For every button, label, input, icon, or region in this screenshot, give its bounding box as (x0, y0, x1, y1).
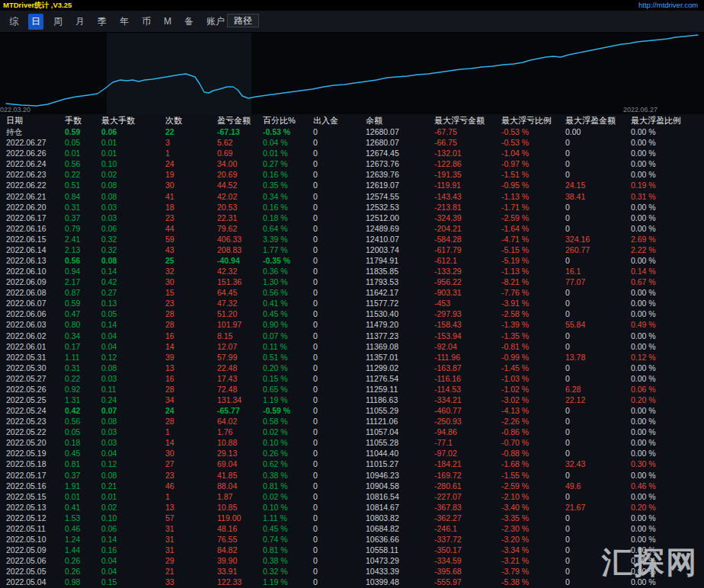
table-row[interactable]: 2022.05.060.260.042939.900.38 %010473.29… (0, 555, 704, 566)
column-header-pct[interactable]: 百分比% (263, 115, 313, 126)
cell-pct: 0.36 % (263, 266, 313, 276)
cell-pnl: 8.15 (217, 331, 263, 341)
column-header-max_float_loss_pct[interactable]: 最大浮亏比例 (501, 115, 565, 126)
cell-pct: 0.27 % (263, 158, 313, 169)
column-header-balance[interactable]: 余额 (366, 115, 434, 126)
column-header-max_lots[interactable]: 最大手数 (101, 115, 165, 126)
column-header-count[interactable]: 次数 (165, 115, 217, 126)
cell-date: 2022.05.17 (6, 470, 65, 481)
table-row[interactable]: 2022.05.161.910.214688.040.81 %010904.58… (0, 481, 704, 491)
cell-inout: 0 (313, 470, 366, 481)
table-row[interactable]: 2022.06.142.130.3243208.831.77 %012003.7… (0, 244, 704, 255)
table-row[interactable]: 2022.06.030.800.1428101.970.90 %011479.2… (0, 319, 704, 330)
cell-pct: 1.30 % (263, 276, 313, 287)
menu-item-备[interactable]: 备 (181, 14, 197, 30)
table-row[interactable]: 2022.06.020.340.04168.150.07 %011377.23-… (0, 330, 704, 340)
cell-max_float_loss: -280.61 (434, 481, 501, 491)
cell-balance: 11530.40 (366, 308, 434, 319)
table-row[interactable]: 2022.05.180.810.122769.040.62 %011015.27… (0, 459, 704, 469)
cell-count: 24 (165, 158, 217, 169)
cell-inout: 0 (313, 191, 366, 202)
column-header-max_float_profit[interactable]: 最大浮盈金额 (565, 115, 631, 126)
cell-date: 2022.05.27 (6, 373, 65, 384)
table-row[interactable]: 2022.06.210.840.084142.020.34 %012574.55… (0, 190, 704, 201)
table-row[interactable]: 2022.06.270.050.0135.620.04 %012680.07-6… (0, 137, 704, 148)
table-row[interactable]: 2022.06.240.560.102434.000.27 %012673.76… (0, 158, 704, 169)
table-row[interactable]: 2022.05.240.420.0724-65.77-0.59 %011055.… (0, 405, 704, 416)
menu-item-周[interactable]: 周 (50, 14, 66, 30)
path-button[interactable]: 路径 (227, 14, 259, 27)
table-row[interactable]: 2022.05.121.530.1057119.001.11 %010803.8… (0, 513, 704, 523)
column-header-pnl[interactable]: 盈亏金额 (217, 115, 263, 126)
table-row[interactable]: 2022.05.300.310.081322.480.20 %011299.02… (0, 363, 704, 373)
column-header-lots[interactable]: 手数 (65, 115, 101, 126)
table-row[interactable]: 2022.06.220.510.083044.520.35 %012619.07… (0, 180, 704, 190)
table-row[interactable]: 2022.05.230.560.082864.020.58 %011121.06… (0, 416, 704, 427)
table-row[interactable]: 2022.06.080.870.271564.450.56 %011642.17… (0, 287, 704, 298)
cell-max_float_loss_pct: -1.13 % (501, 266, 565, 276)
table-row[interactable]: 2022.06.170.370.032322.310.18 %012512.00… (0, 213, 704, 223)
cell-max_float_loss_pct: -1.51 % (501, 169, 565, 180)
table-row[interactable]: 2022.06.092.170.4230151.361.30 %011793.5… (0, 276, 704, 287)
cell-max_float_profit: 0 (565, 491, 631, 502)
column-header-max_float_loss[interactable]: 最大浮亏金额 (434, 115, 501, 126)
cell-max_float_profit: 324.16 (565, 234, 631, 244)
table-row[interactable]: 2022.06.060.470.052851.200.45 %011530.40… (0, 308, 704, 319)
table-row[interactable]: 2022.05.170.370.082341.850.38 %010946.23… (0, 470, 704, 481)
cell-max_float_profit: 0 (565, 148, 631, 158)
column-header-date[interactable]: 日期 (6, 115, 65, 126)
website-link[interactable]: http://mtdriver.com (638, 1, 698, 9)
menu-item-日[interactable]: 日 (28, 14, 43, 30)
table-row[interactable]: 2022.05.311.110.123957.990.51 %011357.01… (0, 352, 704, 363)
menu-item-币[interactable]: 币 (139, 14, 154, 30)
cell-max_float_loss_pct: -5.15 % (501, 244, 565, 255)
table-row[interactable]: 2022.06.200.310.031820.530.16 %012532.53… (0, 202, 704, 213)
menu-item-综[interactable]: 综 (6, 14, 21, 30)
table-row[interactable]: 2022.06.130.560.0825-40.94-0.35 %011794.… (0, 255, 704, 266)
menu-item-季[interactable]: 季 (94, 14, 110, 30)
table-row[interactable]: 2022.06.010.170.041412.070.11 %011369.08… (0, 341, 704, 352)
cell-inout: 0 (313, 352, 366, 363)
table-row[interactable]: 2022.06.260.010.0110.690.01 %012674.45-1… (0, 148, 704, 158)
cell-balance: 11299.02 (366, 363, 434, 373)
menu-item-M[interactable]: M (161, 14, 174, 28)
cell-max_float_profit: 49.6 (565, 481, 631, 491)
table-row[interactable]: 2022.06.070.590.132347.320.41 %011577.72… (0, 298, 704, 308)
table-row[interactable]: 2022.05.110.460.063148.160.45 %010684.82… (0, 523, 704, 534)
cell-date: 2022.06.10 (6, 266, 65, 276)
table-row[interactable]: 2022.05.260.920.112872.480.65 %011259.11… (0, 384, 704, 395)
table-row[interactable]: 2022.06.230.220.021920.690.16 %012639.76… (0, 169, 704, 180)
cell-max_lots: 0.14 (101, 319, 165, 330)
menu-item-账户[interactable]: 账户 (203, 14, 228, 30)
table-row[interactable]: 2022.05.040.980.1533122.331.19 %010399.4… (0, 577, 704, 587)
cell-balance: 11186.63 (366, 395, 434, 405)
table-row[interactable]: 2022.05.050.260.042133.910.32 %010433.39… (0, 566, 704, 577)
menu-item-年[interactable]: 年 (117, 14, 132, 30)
cell-balance: 10816.54 (366, 491, 434, 502)
cell-max_float_profit: 22.12 (565, 395, 631, 405)
table-row[interactable]: 2022.05.251.310.2434131.341.19 %011186.6… (0, 395, 704, 405)
cell-lots: 0.01 (65, 148, 101, 158)
table-row[interactable]: 2022.05.091.440.163184.820.81 %010558.11… (0, 545, 704, 555)
cell-date: 2022.06.22 (6, 180, 65, 190)
cell-inout: 0 (313, 308, 366, 319)
table-row[interactable]: 2022.06.100.940.143242.320.36 %011835.85… (0, 266, 704, 276)
table-row[interactable]: 持仓0.590.0622-67.13-0.53 %012680.07-67.75… (0, 126, 704, 137)
column-header-inout[interactable]: 出入金 (313, 115, 366, 126)
table-row[interactable]: 2022.05.220.050.0311.760.02 %011057.04-9… (0, 427, 704, 437)
cell-inout: 0 (313, 566, 366, 577)
table-row[interactable]: 2022.05.270.220.031617.430.15 %011276.54… (0, 373, 704, 384)
cell-date: 2022.05.15 (6, 491, 65, 502)
table-row[interactable]: 2022.05.130.410.021310.850.10 %010814.67… (0, 502, 704, 513)
table-row[interactable]: 2022.05.101.240.143176.550.74 %010636.66… (0, 534, 704, 545)
table-row[interactable]: 2022.05.190.450.043029.130.26 %011044.40… (0, 448, 704, 459)
menu-item-月[interactable]: 月 (72, 14, 88, 30)
cell-balance: 11357.01 (366, 352, 434, 363)
cell-date: 2022.05.10 (6, 534, 65, 545)
table-row[interactable]: 2022.06.160.790.064479.620.64 %012489.69… (0, 223, 704, 234)
column-header-max_float_profit_pct[interactable]: 最大浮盈比例 (631, 115, 704, 126)
table-row[interactable]: 2022.06.152.410.3259406.333.39 %012410.0… (0, 234, 704, 244)
table-row[interactable]: 2022.05.200.180.031410.880.10 %011055.28… (0, 437, 704, 448)
table-row[interactable]: 2022.05.150.010.0111.870.02 %010816.54-2… (0, 491, 704, 502)
cell-max_float_loss_pct: -7.76 % (501, 287, 565, 298)
